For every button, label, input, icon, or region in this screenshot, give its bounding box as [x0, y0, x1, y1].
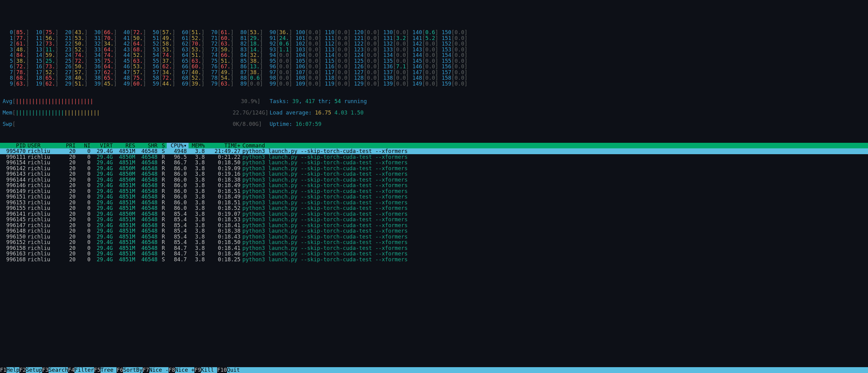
cpu-core-75: 75[51.]: [205, 58, 234, 64]
cpu-core-150: 150[0.0]: [438, 30, 467, 35]
process-header[interactable]: PID USER PRI NI VIRT RES SHR S CPU%▾ MEM…: [0, 143, 868, 149]
process-row[interactable]: 996142richliu20029.4G4850M46548R86.03.80…: [0, 166, 868, 171]
cpu-core-18: 18[65.]: [29, 75, 58, 81]
process-row[interactable]: 996143richliu20029.4G4850M46548R86.03.80…: [0, 171, 868, 177]
process-row[interactable]: 996153richliu20029.4G4851M46548R86.03.80…: [0, 200, 868, 206]
cpu-core-30: 30[66.]: [88, 30, 117, 35]
fkey-F2[interactable]: F2: [20, 367, 26, 373]
process-row[interactable]: 996154richliu20029.4G4851M46548R86.73.80…: [0, 160, 868, 166]
process-row[interactable]: 996163richliu20029.4G4851M46548R84.73.80…: [0, 251, 868, 257]
cpu-core-122: 122[0.0]: [351, 41, 380, 47]
fkey-F8[interactable]: F8: [168, 367, 175, 373]
cpu-core-50: 50[57.]: [146, 30, 175, 35]
cpu-core-4: 4[84.]: [0, 52, 29, 58]
cpu-core-31: 31[70.]: [88, 35, 117, 41]
process-table[interactable]: PID USER PRI NI VIRT RES SHR S CPU%▾ MEM…: [0, 143, 868, 262]
process-row[interactable]: 996148richliu20029.4G4851M46548R85.43.80…: [0, 228, 868, 234]
cpu-core-145: 145[0.0]: [409, 58, 438, 64]
process-row[interactable]: 995470richliu20029.4G4851M46548S49483.82…: [0, 148, 868, 154]
cpu-core-44: 44[52.]: [117, 52, 146, 58]
cpu-core-86: 86[13.]: [234, 64, 263, 69]
cpu-core-91: 91[24.]: [263, 35, 292, 41]
process-row[interactable]: 996111richliu20029.4G4850M46548R96.53.80…: [0, 154, 868, 160]
fkey-F9[interactable]: F9: [194, 367, 201, 373]
cpu-core-74: 74[66.]: [205, 52, 234, 58]
col-shr[interactable]: SHR: [137, 143, 160, 149]
fkey-F6[interactable]: F6: [117, 367, 123, 373]
cpu-core-90: 90[36.]: [263, 30, 292, 35]
col-mem[interactable]: MEM%: [189, 143, 207, 149]
cpu-core-38: 38[65.]: [88, 75, 117, 81]
cpu-core-60: 60[51.]: [175, 30, 205, 35]
col-pri[interactable]: PRI: [61, 143, 78, 149]
cpu-core-105: 105[0.0]: [292, 58, 321, 64]
col-s[interactable]: S: [159, 143, 167, 149]
process-row[interactable]: 996150richliu20029.4G4851M46548R85.43.80…: [0, 234, 868, 240]
cpu-core-135: 135[0.0]: [380, 58, 409, 64]
fkey-F5[interactable]: F5: [94, 367, 100, 373]
function-keys[interactable]: F1HelpF2SetupF3SearchF4FilterF5Tree F6So…: [0, 367, 868, 373]
bracket-open: [: [12, 110, 16, 116]
col-pid[interactable]: PID: [0, 143, 28, 149]
cpu-core-70: 70[61.]: [205, 30, 234, 35]
col-cpu[interactable]: CPU%▾: [167, 143, 189, 149]
process-row[interactable]: 996168richliu20029.4G4851M46548S84.73.80…: [0, 257, 868, 262]
cpu-core-66: 66[60.]: [175, 64, 205, 69]
process-row[interactable]: 996141richliu20029.4G4850M46548R85.43.80…: [0, 211, 868, 217]
swp-bar: [16, 121, 233, 127]
cpu-core-22: 22[50.]: [58, 41, 88, 47]
process-row[interactable]: 996146richliu20029.4G4851M46548R86.03.80…: [0, 182, 868, 188]
col-time[interactable]: TIME+: [207, 143, 242, 149]
col-res[interactable]: RES: [115, 143, 137, 149]
cpu-core-156: 156[0.0]: [438, 64, 467, 69]
cpu-core-107: 107[0.0]: [292, 69, 321, 76]
fkey-F1[interactable]: F1: [0, 367, 6, 373]
avg-bar: ||||||||||||||||||||||||: [16, 98, 233, 104]
swp-label: Swp: [0, 121, 12, 127]
cpu-core-3: 3[48.]: [0, 47, 29, 53]
cpu-core-21: 21[53.]: [58, 35, 88, 41]
process-row[interactable]: 996158richliu20029.4G4851M46548R84.73.80…: [0, 245, 868, 251]
cpu-core-148: 148[0.0]: [409, 75, 438, 81]
cpu-core-79: 79[63.]: [205, 81, 234, 87]
cpu-core-12: 12[73.]: [29, 41, 58, 47]
fkey-F3[interactable]: F3: [42, 367, 49, 373]
cpu-core-149: 149[0.0]: [409, 81, 438, 87]
cpu-core-47: 47[57.]: [117, 69, 146, 76]
col-ni[interactable]: NI: [78, 143, 92, 149]
fkey-F7[interactable]: F7: [143, 367, 149, 373]
uptime-line: Uptime: 16:07:59: [270, 121, 322, 127]
cpu-core-26: 26[50.]: [58, 64, 88, 69]
cpu-core-143: 143[0.0]: [409, 47, 438, 53]
process-row[interactable]: 996147richliu20029.4G4851M46548R85.43.80…: [0, 223, 868, 228]
col-user[interactable]: USER: [28, 143, 61, 149]
cpu-core-112: 112[0.0]: [321, 41, 351, 47]
cpu-core-67: 67[40.]: [175, 69, 205, 76]
process-row[interactable]: 996149richliu20029.4G4851M46548R86.03.80…: [0, 188, 868, 194]
col-cmd[interactable]: Command: [242, 143, 868, 149]
cpu-core-87: 87[38.]: [234, 69, 263, 76]
fkey-F4[interactable]: F4: [68, 367, 74, 373]
process-row[interactable]: 996155richliu20029.4G4851M46548R86.03.80…: [0, 205, 868, 211]
process-row[interactable]: 996151richliu20029.4G4851M46548R86.03.80…: [0, 194, 868, 200]
cpu-core-118: 118[0.0]: [321, 75, 351, 81]
cpu-core-88: 88[0.6]: [234, 75, 263, 81]
cpu-core-49: 49[60.]: [117, 81, 146, 87]
cpu-core-99: 99[0.0]: [263, 81, 292, 87]
cpu-core-62: 62[70.]: [175, 41, 205, 47]
cpu-core-65: 65[63.]: [175, 58, 205, 64]
cpu-core-33: 33[64.]: [88, 47, 117, 53]
cpu-core-24: 24[74.]: [58, 52, 88, 58]
fkey-F10[interactable]: F10: [217, 367, 227, 373]
process-row[interactable]: 996152richliu20029.4G4851M46548R85.43.80…: [0, 239, 868, 245]
cpu-core-1: 1[77.]: [0, 35, 29, 41]
cpu-core-23: 23[52.]: [58, 47, 88, 53]
process-row[interactable]: 996145richliu20029.4G4851M46548R85.43.80…: [0, 217, 868, 223]
cpu-core-42: 42[64.]: [117, 41, 146, 47]
process-row[interactable]: 996144richliu20029.4G4850M46548R86.03.80…: [0, 177, 868, 183]
cpu-core-54: 54[74.]: [146, 52, 175, 58]
cpu-core-138: 138[0.0]: [380, 75, 409, 81]
cpu-core-84: 84[32.]: [234, 52, 263, 58]
col-virt[interactable]: VIRT: [92, 143, 115, 149]
cpu-core-97: 97[0.0]: [263, 69, 292, 76]
